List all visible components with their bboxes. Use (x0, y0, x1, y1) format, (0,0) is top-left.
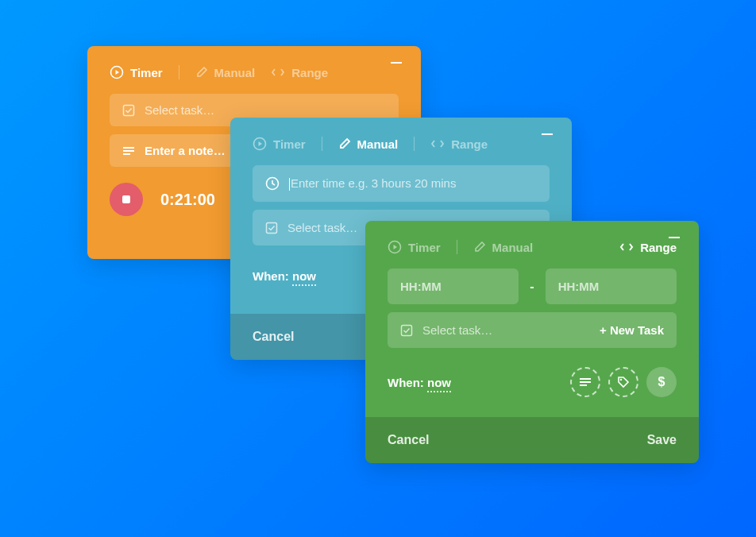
dollar-icon: $ (658, 375, 665, 389)
when-label: When: (253, 269, 289, 283)
checkbox-icon (122, 104, 135, 117)
select-task-placeholder: Select task… (422, 323, 492, 337)
save-button[interactable]: Save (647, 433, 677, 447)
minimize-button[interactable] (391, 62, 402, 64)
range-inputs: HH:MM - HH:MM (388, 268, 677, 304)
range-card-footer: Cancel Save (365, 417, 699, 463)
range-card: Timer Manual Range HH:MM - HH:MM (365, 221, 699, 463)
tab-manual[interactable]: Manual (338, 137, 399, 151)
tab-manual[interactable]: Manual (195, 66, 256, 79)
manual-card-header: Timer Manual Range (230, 118, 572, 157)
range-icon (430, 138, 445, 149)
tab-manual-label: Manual (492, 241, 534, 254)
when-value[interactable]: now (292, 269, 316, 286)
when-row: When: now (388, 376, 451, 389)
play-circle-icon (388, 240, 402, 254)
enter-note-placeholder: Enter a note… (145, 144, 226, 157)
timer-elapsed: 0:21:00 (160, 191, 215, 209)
cancel-button[interactable]: Cancel (253, 330, 294, 344)
when-label: When: (388, 376, 424, 389)
minimize-button[interactable] (669, 237, 680, 238)
tab-timer-label: Timer (273, 137, 306, 151)
new-task-button[interactable]: + New Task (600, 323, 664, 337)
note-icon (579, 377, 592, 387)
tab-divider (457, 240, 457, 254)
tab-timer[interactable]: Timer (253, 137, 306, 151)
enter-time-field: Enter time e.g. 3 hours 20 mins (289, 176, 456, 191)
tab-range[interactable]: Range (430, 137, 488, 151)
edit-icon (473, 241, 486, 253)
when-value[interactable]: now (427, 376, 451, 392)
range-dash: - (530, 280, 534, 294)
checkbox-icon (400, 324, 413, 337)
clock-icon (265, 176, 280, 191)
circle-button-group: $ (570, 367, 677, 397)
note-button[interactable] (570, 367, 600, 397)
tab-manual-label: Manual (214, 66, 256, 79)
tag-button[interactable] (608, 367, 638, 397)
edit-icon (338, 137, 351, 150)
tab-manual-label: Manual (357, 137, 399, 151)
tab-range-label: Range (451, 137, 488, 151)
select-task-placeholder: Select task… (287, 221, 357, 234)
tab-divider (179, 65, 179, 79)
svg-rect-6 (402, 325, 412, 335)
text-cursor (289, 178, 290, 191)
enter-time-placeholder: Enter time e.g. 3 hours 20 mins (291, 176, 456, 190)
tab-divider (414, 137, 415, 151)
stop-button[interactable] (110, 183, 143, 216)
edit-icon (195, 66, 208, 79)
range-icon (619, 241, 634, 253)
tab-range-label: Range (291, 66, 328, 79)
tab-timer-label: Timer (408, 241, 441, 254)
tab-timer[interactable]: Timer (110, 65, 163, 79)
play-circle-icon (253, 137, 267, 151)
range-icon (271, 67, 285, 78)
note-icon (122, 145, 135, 156)
range-start-input[interactable]: HH:MM (388, 268, 519, 304)
cancel-button[interactable]: Cancel (388, 433, 429, 447)
svg-rect-4 (267, 222, 277, 233)
stop-icon (122, 195, 130, 203)
range-bottom-row: When: now $ (365, 356, 699, 397)
svg-rect-1 (124, 105, 134, 115)
checkbox-icon (265, 222, 278, 234)
tab-range[interactable]: Range (271, 66, 328, 79)
tag-icon (617, 376, 630, 388)
enter-time-input[interactable]: Enter time e.g. 3 hours 20 mins (253, 165, 550, 202)
select-task-input[interactable]: Select task… (400, 323, 492, 337)
play-circle-icon (110, 65, 124, 79)
range-card-body: HH:MM - HH:MM Select task… + New Task (365, 261, 699, 356)
select-task-placeholder: Select task… (145, 103, 214, 117)
tab-range-label: Range (640, 241, 677, 254)
range-card-header: Timer Manual Range (365, 221, 699, 261)
timer-card-header: Timer Manual Range (87, 46, 421, 86)
svg-point-7 (620, 379, 622, 381)
tab-timer[interactable]: Timer (388, 240, 441, 254)
tab-range[interactable]: Range (619, 241, 677, 254)
tab-timer-label: Timer (130, 66, 163, 79)
minimize-button[interactable] (542, 133, 553, 135)
range-end-input[interactable]: HH:MM (546, 268, 677, 304)
billable-button[interactable]: $ (646, 367, 677, 397)
tab-manual[interactable]: Manual (473, 241, 534, 254)
tab-divider (322, 137, 322, 151)
select-task-row: Select task… + New Task (388, 312, 677, 348)
